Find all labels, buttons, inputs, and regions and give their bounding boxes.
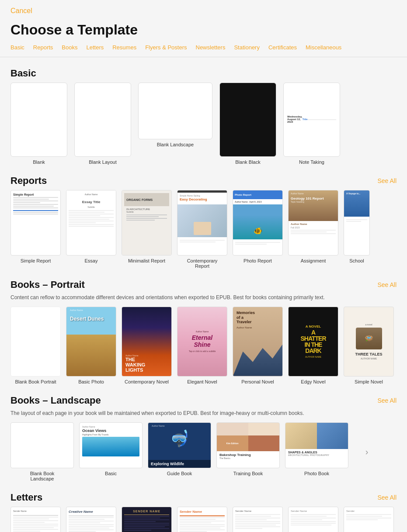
- basic-section: Basic Blank Blank Layout Blank Landscape…: [10, 68, 397, 165]
- template-basic-photo[interactable]: Author Name Desert Dunes Basic Photo: [66, 307, 116, 384]
- books-portrait-see-all[interactable]: See All: [377, 281, 397, 288]
- template-letter-6[interactable]: Sender Name: [288, 507, 338, 532]
- books-landscape-see-all[interactable]: See All: [377, 397, 397, 404]
- books-landscape-section-title: Books – Landscape: [10, 395, 101, 406]
- template-label: Guide Book: [167, 471, 192, 476]
- template-personal-novel[interactable]: Memoriesof aTraveler Author Name Persona…: [233, 307, 283, 384]
- template-guide-book[interactable]: Author Name 🤿 Exploring Wildlife Guide B…: [148, 422, 211, 481]
- letters-template-grid: Sender Name: [10, 507, 397, 532]
- template-assignment[interactable]: Author Name Geology 101 Report Topic hea…: [288, 190, 338, 269]
- letter-3-thumb: SENDER NAME: [122, 507, 172, 532]
- template-letter-1[interactable]: Sender Name: [10, 507, 61, 532]
- waking-lights-thumb: Author Name THEWAKINGLIGHTS: [122, 307, 172, 377]
- simple-novel-thumb: a novel 🪺 THREE TALES AUTHOR NAME: [344, 307, 394, 377]
- letter-5-thumb: Sender Name: [233, 507, 283, 532]
- template-blank-black[interactable]: Blank Black: [219, 83, 276, 165]
- template-photo-book[interactable]: SHAPES & ANGLES ARCHITECTURAL PHOTOGRAPH…: [285, 422, 348, 481]
- tab-resumes[interactable]: Resumes: [109, 43, 140, 52]
- template-letter-2[interactable]: Creative Name: [66, 507, 116, 532]
- template-elegant-novel[interactable]: Author Name EternalShine Tap or click to…: [177, 307, 227, 384]
- elegant-subtitle-text: Tap or click to add a subtitle: [189, 350, 216, 352]
- letter-4-thumb: Sender Name: [177, 507, 227, 532]
- template-contemporary-report[interactable]: Simple Home Styling Easy Decorating Cont…: [177, 190, 227, 269]
- reports-see-all[interactable]: See All: [377, 177, 397, 184]
- personal-thumb: Memoriesof aTraveler Author Name: [233, 307, 283, 377]
- guide-book-thumb: Author Name 🤿 Exploring Wildlife: [148, 422, 211, 468]
- tab-stationery[interactable]: Stationery: [230, 43, 263, 52]
- template-blank-layout[interactable]: Blank Layout: [74, 83, 131, 165]
- tab-basic[interactable]: Basic: [10, 43, 28, 52]
- dd-title-text: Desert Dunes: [70, 316, 104, 322]
- template-training-book[interactable]: Kim Edition Bakeshop Training The Basics…: [216, 422, 280, 481]
- template-label: Photo Book: [304, 471, 329, 476]
- tab-miscellaneous[interactable]: Miscellaneous: [302, 43, 345, 52]
- pt-title-text: Memoriesof aTraveler: [237, 311, 279, 325]
- contemporary-report-thumb: Simple Home Styling Easy Decorating: [177, 190, 227, 256]
- blank-book-landscape-thumb: [10, 422, 74, 468]
- reports-section-title: Reports: [10, 175, 47, 187]
- template-letter-3[interactable]: SENDER NAME: [122, 507, 172, 532]
- books-landscape-section-header: Books – Landscape See All: [10, 395, 397, 406]
- template-note-taking[interactable]: Wednesday, August 12, 2023 Title Note Ta…: [283, 83, 340, 165]
- cancel-button[interactable]: Cancel: [10, 7, 32, 15]
- pb-header: [285, 423, 348, 449]
- template-blank-book-portrait[interactable]: Blank Book Portrait: [10, 307, 61, 384]
- letter-6-thumb: Sender Name: [288, 507, 338, 532]
- tab-books[interactable]: Books: [58, 43, 81, 52]
- tab-reports[interactable]: Reports: [30, 43, 57, 52]
- tab-letters[interactable]: Letters: [83, 43, 107, 52]
- template-letter-5[interactable]: Sender Name: [233, 507, 283, 532]
- template-blank[interactable]: Blank: [10, 83, 67, 165]
- tab-newsletters[interactable]: Newsletters: [192, 43, 229, 52]
- sn-title-text: THREE TALES: [355, 352, 383, 356]
- template-label: Minimalist Report: [128, 258, 165, 263]
- template-letter-4[interactable]: Sender Name: [177, 507, 227, 532]
- template-photo-report[interactable]: Photo Report Author Name · April 8, 2023…: [233, 190, 283, 269]
- pb-sub-text: ARCHITECTURAL PHOTOGRAPHY: [288, 454, 345, 456]
- letter-1-thumb: Sender Name: [10, 507, 61, 532]
- assignment-thumb: Author Name Geology 101 Report Topic hea…: [288, 190, 338, 256]
- basic-template-grid: Blank Blank Layout Blank Landscape Blank…: [10, 83, 397, 165]
- template-label: Note Taking: [299, 159, 324, 165]
- tab-certificates[interactable]: Certificates: [265, 43, 300, 52]
- dd-author-text: Author Name: [70, 309, 83, 311]
- template-school[interactable]: A Voyage to... School: [344, 190, 370, 269]
- template-label: Basic: [105, 471, 117, 476]
- letter-7-thumb: Sender: [344, 507, 394, 532]
- template-label: Blank Book Landscape: [21, 471, 64, 481]
- template-label: Contemporary Novel: [125, 379, 169, 384]
- books-portrait-section: Books – Portrait See All Content can ref…: [10, 279, 397, 384]
- template-label: Basic Photo: [78, 379, 104, 384]
- wl-title-text: THEWAKINGLIGHTS: [125, 357, 168, 373]
- books-portrait-section-title: Books – Portrait: [10, 279, 85, 290]
- sn-author-text: AUTHOR NAME: [361, 357, 377, 360]
- landscape-more-indicator: ›: [354, 422, 380, 481]
- template-simple-novel[interactable]: a novel 🪺 THREE TALES AUTHOR NAME Simple…: [344, 307, 394, 384]
- template-blank-landscape[interactable]: Blank Landscape: [138, 83, 212, 165]
- template-minimalist-report[interactable]: ORGANIC FORMS IN ARCHITECTURE Subtitle M…: [122, 190, 172, 269]
- letters-see-all[interactable]: See All: [377, 494, 397, 501]
- reports-section: Reports See All Simple Report: [10, 175, 397, 269]
- pb-footer: SHAPES & ANGLES ARCHITECTURAL PHOTOGRAPH…: [285, 449, 348, 458]
- template-label: Blank Landscape: [157, 142, 194, 147]
- template-essay[interactable]: Author Name Essay Title Subtitle: [66, 190, 116, 269]
- reports-section-header: Reports See All: [10, 175, 397, 187]
- photo-book-thumb: SHAPES & ANGLES ARCHITECTURAL PHOTOGRAPH…: [285, 422, 348, 468]
- edgy-thumb: A NOVEL ASHATTERIN THEDARK AUTHOR NAME: [288, 307, 338, 377]
- pt-author-text: Author Name: [237, 326, 279, 329]
- template-letter-7[interactable]: Sender: [344, 507, 394, 532]
- gb-author-text: Author Name: [152, 425, 164, 427]
- sn-top-text: a novel: [365, 323, 372, 326]
- template-label: Simple Report: [21, 258, 51, 263]
- template-edgy-novel[interactable]: A NOVEL ASHATTERIN THEDARK AUTHOR NAME E…: [288, 307, 338, 384]
- photo-report-thumb: Photo Report Author Name · April 8, 2023…: [233, 190, 283, 256]
- school-thumb: A Voyage to...: [344, 190, 370, 256]
- template-simple-report[interactable]: Simple Report Simple Report: [10, 190, 61, 269]
- template-basic-landscape[interactable]: Author Name Ocean Views Highlights From …: [79, 422, 143, 481]
- letter-2-thumb: Creative Name: [66, 507, 116, 532]
- books-portrait-subtitle: Content can reflow to accommodate differ…: [10, 294, 397, 301]
- template-contemporary-novel[interactable]: Author Name THEWAKINGLIGHTS Contemporary…: [122, 307, 172, 384]
- tab-flyers[interactable]: Flyers & Posters: [142, 43, 190, 52]
- nav-tabs: Basic Reports Books Letters Resumes Flye…: [0, 43, 407, 57]
- template-blank-book-landscape[interactable]: Blank Book Landscape: [10, 422, 74, 481]
